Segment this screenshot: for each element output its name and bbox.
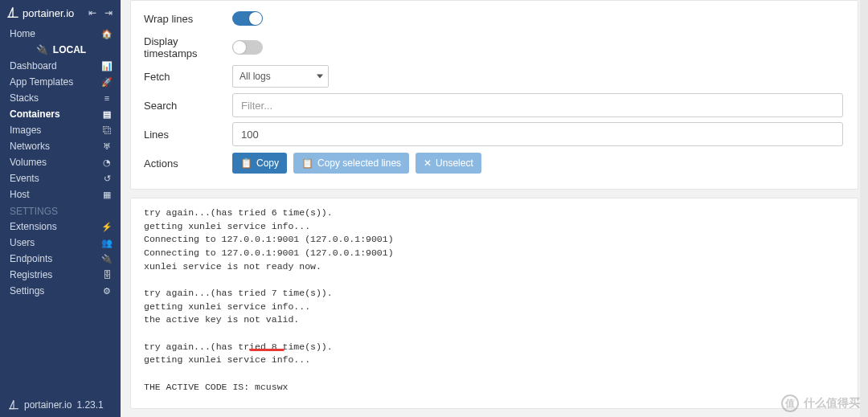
unselect-button-label: Unselect (436, 157, 473, 169)
sidebar-item-events[interactable]: Events ↺ (0, 170, 121, 186)
sidebar-header: portainer.io ⇤ ⇥ (0, 0, 121, 26)
sidebar-item-dashboard[interactable]: Dashboard 📊 (0, 58, 121, 74)
sidebar-item-label: Host (10, 189, 30, 200)
sidebar-item-label: Networks (10, 141, 50, 152)
actions-label: Actions (144, 157, 232, 170)
wrap-lines-row: Wrap lines (144, 4, 845, 33)
footer-brand: portainer.io (24, 399, 72, 411)
sidebar-item-label: Extensions (10, 221, 57, 232)
tachometer-icon: 📊 (101, 61, 113, 72)
display-timestamps-toggle[interactable] (232, 40, 263, 55)
lines-row: Lines (144, 120, 845, 149)
caret-down-icon (317, 75, 323, 79)
database-icon: 🗄 (101, 270, 113, 280)
display-timestamps-label: Display timestamps (144, 35, 232, 59)
sidebar-item-stacks[interactable]: Stacks ≡ (0, 90, 121, 106)
collapse-right-icon[interactable]: ⇥ (104, 7, 113, 18)
list-icon: ≡ (101, 93, 113, 103)
sidebar-item-users[interactable]: Users 👥 (0, 235, 121, 251)
sidebar-item-label: Settings (10, 285, 44, 296)
wrap-lines-toggle[interactable] (232, 11, 263, 26)
server-icon: ▤ (101, 109, 113, 120)
sidebar-item-volumes[interactable]: Volumes ◔ (0, 154, 121, 170)
sidebar-endpoint-local[interactable]: 🔌 LOCAL (0, 42, 121, 58)
sidebar-item-label: Containers (10, 108, 60, 120)
sail-icon (6, 6, 19, 19)
users-icon: 👥 (101, 238, 113, 248)
brand-name: portainer.io (23, 7, 74, 19)
cogs-icon: ⚙ (101, 286, 113, 296)
sidebar-item-label: Events (10, 173, 39, 184)
lines-input[interactable] (232, 122, 843, 146)
sidebar-item-label: Images (10, 125, 41, 136)
fetch-select[interactable]: All logs (232, 65, 329, 88)
sidebar-item-label: Volumes (10, 157, 47, 168)
search-input[interactable] (232, 93, 843, 117)
wrap-lines-label: Wrap lines (144, 13, 232, 25)
sidebar-item-registries[interactable]: Registries 🗄 (0, 267, 121, 283)
bolt-icon: ⚡ (101, 222, 113, 232)
copy-selected-button[interactable]: 📋 Copy selected lines (293, 153, 409, 174)
sidebar-item-app-templates[interactable]: App Templates 🚀 (0, 74, 121, 90)
sidebar-item-endpoints[interactable]: Endpoints 🔌 (0, 251, 121, 267)
copy-icon: 📋 (301, 157, 313, 169)
sidebar-item-label: Dashboard (10, 60, 57, 72)
sidebar-item-label: Stacks (10, 92, 39, 104)
sidebar-item-label: Endpoints (10, 253, 52, 264)
th-icon: ▦ (101, 190, 113, 200)
copy-selected-button-label: Copy selected lines (317, 157, 401, 169)
brand-logo[interactable]: portainer.io (6, 6, 74, 19)
home-icon: 🏠 (101, 29, 113, 39)
plug-icon: 🔌 (101, 254, 113, 264)
fetch-select-value: All logs (240, 71, 271, 82)
close-icon: ✕ (424, 157, 432, 169)
sidebar: portainer.io ⇤ ⇥ Home 🏠 🔌 LOCAL Dashboar… (0, 0, 121, 417)
rocket-icon: 🚀 (101, 77, 113, 88)
footer-version: 1.23.1 (76, 399, 103, 411)
actions-row: Actions 📋 Copy 📋 Copy selected lines ✕ U… (144, 149, 845, 178)
search-label: Search (144, 100, 232, 112)
history-icon: ↺ (101, 174, 113, 184)
sidebar-item-label: App Templates (10, 76, 73, 88)
sidebar-item-label: Users (10, 237, 35, 248)
sidebar-local-label: LOCAL (53, 44, 86, 55)
copy-button[interactable]: 📋 Copy (232, 153, 287, 174)
copy-icon: 📋 (240, 157, 252, 169)
sidebar-item-label: Home (10, 28, 35, 39)
sidebar-item-label: Registries (10, 269, 52, 280)
active-code-underline (249, 348, 285, 351)
lines-label: Lines (144, 129, 232, 141)
log-controls-panel: Wrap lines Display timestamps Fetch All … (130, 0, 858, 190)
log-output-panel: try again...(has tried 6 time(s)). getti… (130, 198, 858, 409)
copy-button-label: Copy (256, 157, 279, 169)
sidebar-item-images[interactable]: Images ⿻ (0, 122, 121, 138)
sidebar-item-host[interactable]: Host ▦ (0, 186, 121, 202)
sidebar-item-settings[interactable]: Settings ⚙ (0, 283, 121, 299)
unselect-button[interactable]: ✕ Unselect (416, 153, 481, 174)
fetch-row: Fetch All logs (144, 62, 845, 91)
sidebar-item-home[interactable]: Home 🏠 (0, 26, 121, 42)
collapse-left-icon[interactable]: ⇤ (88, 7, 96, 18)
display-timestamps-row: Display timestamps (144, 33, 845, 62)
fetch-label: Fetch (144, 71, 232, 83)
sitemap-icon: ♅ (101, 141, 113, 152)
clone-icon: ⿻ (101, 125, 113, 135)
sidebar-item-extensions[interactable]: Extensions ⚡ (0, 219, 121, 235)
main-content: Wrap lines Display timestamps Fetch All … (121, 0, 868, 417)
log-output[interactable]: try again...(has tried 6 time(s)). getti… (144, 206, 845, 409)
sidebar-section-settings: SETTINGS (0, 202, 121, 219)
sail-icon (8, 399, 19, 411)
sidebar-footer: portainer.io 1.23.1 (0, 393, 121, 417)
hdd-icon: ◔ (101, 157, 113, 168)
sidebar-item-containers[interactable]: Containers ▤ (0, 106, 121, 122)
plug-icon: 🔌 (36, 44, 48, 55)
search-row: Search (144, 91, 845, 120)
scrollbar[interactable] (860, 0, 868, 417)
sidebar-item-networks[interactable]: Networks ♅ (0, 138, 121, 154)
